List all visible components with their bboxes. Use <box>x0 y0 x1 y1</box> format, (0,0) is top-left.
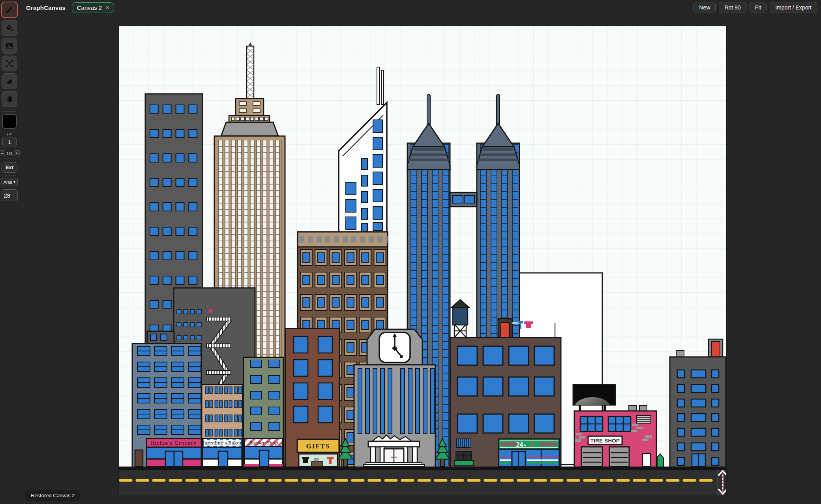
rotate-90-button[interactable]: Rot 90 <box>719 2 746 13</box>
pan-tool-button[interactable] <box>2 91 17 107</box>
zoom-in-button[interactable]: + <box>14 150 20 156</box>
convenience-storefront <box>499 449 559 467</box>
chevron-down-icon: ▾ <box>13 179 16 185</box>
stroke-width-input[interactable] <box>2 137 17 147</box>
skybridge <box>450 192 477 207</box>
building-right-gray <box>670 339 726 467</box>
paint-bucket-icon <box>5 24 14 32</box>
barber-sign-text: Barber Shop <box>249 440 278 446</box>
tab-close-icon[interactable]: × <box>106 4 109 11</box>
import-export-button[interactable]: Import / Export <box>770 2 817 13</box>
toolbar-divider <box>3 159 16 159</box>
awning-window <box>454 451 473 466</box>
grocery-sign-text: Richie's Grocery <box>151 441 197 446</box>
building-louver: Richie's Grocery <box>132 331 201 467</box>
top-bar: GraphCanvas Canvas 2 × New Rot 90 Fit Im… <box>19 0 821 15</box>
shop-door <box>643 454 650 467</box>
side-door <box>135 450 143 467</box>
tool-sidebar: px – 1/1 + Ext Arial ▾ <box>0 0 19 504</box>
image-tool-button[interactable] <box>2 38 17 54</box>
city-drawing: GIFTS Richie's Grocery <box>119 26 726 495</box>
gifts-sign-text: GIFTS <box>306 442 330 450</box>
graphcanvas-app: GraphCanvas Canvas 2 × New Rot 90 Fit Im… <box>0 0 821 504</box>
hand-icon <box>5 95 14 103</box>
louver-window <box>457 439 471 448</box>
sign-24-text: 24- <box>516 441 527 448</box>
zoom-controls: – 1/1 + <box>0 150 20 156</box>
eraser-tool-button[interactable] <box>2 73 17 89</box>
bakery-sign-text: Marceline's Bakery <box>200 440 245 446</box>
vent <box>637 416 651 423</box>
convenience-sign: 24- 7 <box>499 439 559 449</box>
zoom-out-button[interactable]: – <box>0 150 5 156</box>
roof-door <box>498 319 512 338</box>
eraser-icon <box>5 77 14 86</box>
color-swatch[interactable] <box>2 114 17 129</box>
sign-7-text: 7 <box>530 441 533 448</box>
status-toast: Restored Canvas 2 <box>25 490 80 501</box>
image-icon <box>5 41 14 50</box>
new-button[interactable]: New <box>694 2 716 13</box>
fill-tool-button[interactable] <box>2 20 17 36</box>
building-barber: Barber Shop <box>244 357 283 467</box>
road <box>119 470 726 495</box>
font-size-input[interactable] <box>2 189 18 201</box>
px-label: px <box>7 131 12 136</box>
drawing-canvas[interactable]: GIFTS Richie's Grocery <box>119 26 726 495</box>
toolbar-divider <box>3 111 16 112</box>
pencil-icon <box>5 6 14 14</box>
font-family-value: Arial <box>4 180 12 185</box>
toolbar-divider <box>3 175 16 175</box>
zoom-level: 1/1 <box>6 151 12 156</box>
pencil-tool-button[interactable] <box>1 2 18 18</box>
building-bakery: Marceline's Bakery <box>200 385 245 467</box>
text-icon <box>5 59 14 68</box>
tire-shop-sign-text: TIRE SHOP <box>590 438 620 444</box>
app-title: GraphCanvas <box>26 4 66 11</box>
sidewalk <box>119 467 726 470</box>
red-flag <box>209 309 212 313</box>
ext-button[interactable]: Ext <box>2 162 17 173</box>
building-gifts: GIFTS <box>285 329 339 467</box>
fit-button[interactable]: Fit <box>750 2 767 13</box>
canvas-tab[interactable]: Canvas 2 × <box>72 2 114 13</box>
text-tool-button[interactable] <box>2 56 17 71</box>
font-family-select[interactable]: Arial ▾ <box>1 178 18 186</box>
canvas-tab-label: Canvas 2 <box>77 4 102 11</box>
